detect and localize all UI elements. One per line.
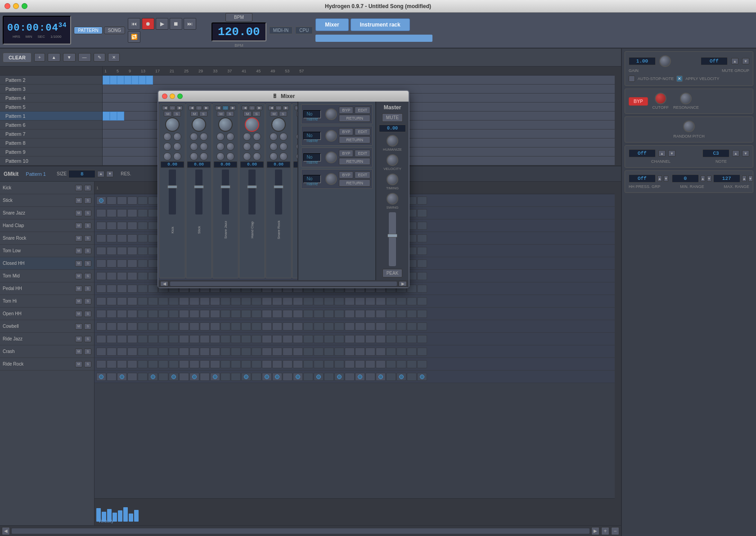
closed-hh-mute-button[interactable]: M [75,260,82,267]
Tom Low-step-5[interactable] [138,259,148,268]
pattern-block[interactable] [110,76,117,85]
closed-hh-step-17[interactable] [262,373,272,381]
instrument-row-tom-low[interactable]: Tom Low M S [0,245,94,257]
Ride-Jazz-step-16[interactable] [252,335,261,343]
pattern-block[interactable] [124,76,131,85]
fx4-byp[interactable]: BYP [339,171,353,179]
Ride-Jazz-step-12[interactable] [210,335,220,343]
auto-stop-checkbox[interactable] [629,76,635,82]
mixer-close-button[interactable] [162,94,167,99]
Ride-Jazz-step-19[interactable] [283,335,292,343]
tom-mid-solo-button[interactable]: S [84,273,91,279]
Tom-Hi-step-11[interactable] [200,297,210,305]
kick-mute[interactable]: M [164,111,172,116]
Cowbell-step-18[interactable] [272,322,282,331]
hc-mute[interactable]: M [243,111,252,116]
kick-ch-btn-2[interactable]: □ [169,106,176,110]
Ride-Rock-step-32[interactable] [417,360,427,368]
hc-fx4[interactable] [253,143,261,151]
pattern-block[interactable] [139,76,146,85]
sr-ch-btn-1[interactable]: ◀ [268,106,274,110]
sj-solo[interactable]: S [226,111,234,116]
Ride-Rock-step-5[interactable] [138,360,148,368]
Tom Low-step-32[interactable] [417,259,427,268]
Open-HH-step-4[interactable] [127,310,137,318]
snare-rock-solo-button[interactable]: S [84,235,91,241]
delete-button[interactable]: ✕ [108,53,120,62]
Crash-step-14[interactable] [231,348,241,356]
Ride-Jazz-step-22[interactable] [314,335,324,343]
Open-HH-step-13[interactable] [220,310,230,318]
Open-HH-step-9[interactable] [179,310,189,318]
Ride-Jazz-step-30[interactable] [396,335,406,343]
remove-pattern-button[interactable]: − [611,527,619,535]
pattern-mode-button[interactable]: PATTERN [74,27,102,34]
min-range-down[interactable]: ▼ [707,175,711,182]
stick-fx1[interactable] [190,133,198,141]
Crash-step-5[interactable] [138,348,148,356]
sr-fx3[interactable] [270,143,278,151]
Ride-Rock-step-15[interactable] [241,360,251,368]
Ride-Jazz-step-6[interactable] [148,335,158,343]
hc-ch-btn-2[interactable]: □ [249,106,255,110]
Snare Jazz-step-2[interactable] [107,222,117,230]
Ride-Rock-step-28[interactable] [376,360,386,368]
Pedal-HH-step-5[interactable] [138,285,148,293]
Cowbell-step-10[interactable] [189,322,199,331]
Ride-Jazz-step-27[interactable] [365,335,375,343]
stick-fx6[interactable] [200,152,208,161]
Crash-step-15[interactable] [241,348,251,356]
Open-HH-step-19[interactable] [283,310,292,318]
Crash-step-10[interactable] [189,348,199,356]
closed-hh-solo-button[interactable]: S [84,260,91,267]
Crash-step-17[interactable] [262,348,272,356]
Cowbell-step-26[interactable] [355,322,365,331]
closed-hh-step-24[interactable] [334,373,344,381]
Ride-Rock-step-9[interactable] [179,360,189,368]
sr-fx4[interactable] [279,143,288,151]
Open-HH-step-24[interactable] [334,310,344,318]
closed-hh-step-1[interactable] [96,373,106,381]
instrument-row-cowbell[interactable]: Cowbell M S [0,320,94,333]
Open-HH-step-5[interactable] [138,310,148,318]
min-range-up[interactable]: ▲ [701,175,705,182]
note-down[interactable]: ▼ [742,150,749,156]
Tom-Hi-step-20[interactable] [293,297,303,305]
Cowbell-step-27[interactable] [365,322,375,331]
Ride-Rock-step-31[interactable] [407,360,417,368]
Ride-Jazz-step-14[interactable] [231,335,241,343]
Crash-step-25[interactable] [345,348,355,356]
crash-mute-button[interactable]: M [75,348,82,355]
instrument-row-open-hh[interactable]: Open HH M S [0,308,94,320]
closed-hh-step-26[interactable] [355,373,365,381]
sr-fx2[interactable] [279,133,288,141]
fx4-knob[interactable] [325,173,337,185]
Tom-Hi-step-2[interactable] [107,297,117,305]
sj-mute[interactable]: M [217,111,225,116]
Tom-Hi-step-22[interactable] [314,297,324,305]
master-mute-button[interactable]: MUTE [382,113,403,122]
Crash-step-7[interactable] [158,348,168,356]
Open-HH-step-2[interactable] [107,310,117,318]
Cowbell-step-5[interactable] [138,322,148,331]
closed-hh-step-28[interactable] [376,373,386,381]
Snare Rock-step-3[interactable] [117,247,127,255]
rewind-button[interactable]: ⏮ [128,18,140,30]
fx3-return[interactable]: RETURN [339,158,370,165]
Ride-Jazz-step-28[interactable] [376,335,386,343]
instrument-row-hand-clap[interactable]: Hand Clap M S [0,219,94,232]
Ride-Jazz-step-15[interactable] [241,335,251,343]
hc-ch-btn-1[interactable]: ◀ [242,106,248,110]
stick-pan-knob[interactable] [192,117,206,132]
Crash-step-8[interactable] [169,348,179,356]
Ride-Jazz-step-20[interactable] [293,335,303,343]
Ride-Rock-step-26[interactable] [355,360,365,368]
fx3-edit[interactable]: EDIT [355,150,370,157]
tom-hi-mute-button[interactable]: M [75,298,82,304]
stick-mute[interactable]: M [190,111,198,116]
Cowbell-step-2[interactable] [107,322,117,331]
tom-hi-solo-button[interactable]: S [84,298,91,304]
closed-hh-step-23[interactable] [324,373,334,381]
sr-fx1[interactable] [270,133,278,141]
Cowbell-step-32[interactable] [417,322,427,331]
